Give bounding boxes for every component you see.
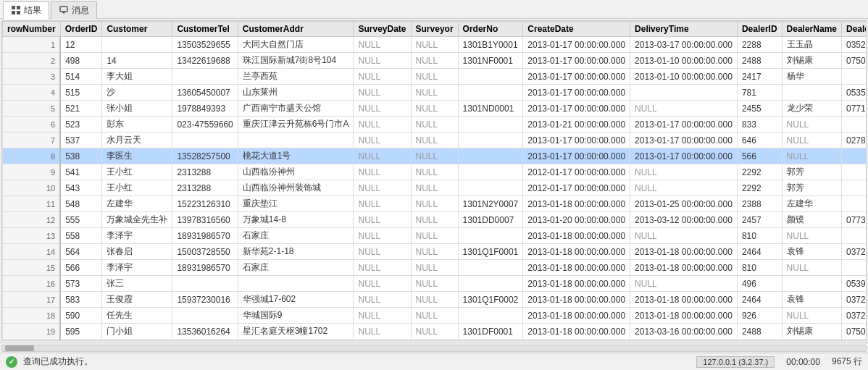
table-row[interactable]: 8538李医生13528257500桃花大道1号NULLNULL2013-01-… — [3, 148, 867, 164]
col-header-dealername[interactable]: DealerName — [782, 22, 841, 37]
table-row[interactable]: 7537水月云天NULLNULL2013-01-17 00:00:00.0002… — [3, 133, 867, 148]
table-row[interactable]: 19595门小姐13536016264星汇名庭天枢3幢1702NULLNULL1… — [3, 324, 867, 340]
cell-customer: 门小姐 — [102, 324, 172, 340]
cell-orderid: 603 — [60, 340, 102, 342]
cell-orderno — [458, 133, 523, 148]
table-row[interactable]: 10543王小红2313288山西临汾神州装饰城NULLNULL2012-01-… — [3, 180, 867, 196]
cell-deliverytime: NULL — [630, 340, 738, 342]
svg-rect-1 — [17, 6, 20, 9]
table-row[interactable]: 13558李泽宇18931986570石家庄NULLNULL2013-01-18… — [3, 228, 867, 244]
cell-orderno: 1301Q1F0001 — [458, 244, 523, 260]
cell-customeraddr: 山东莱州 — [238, 85, 354, 101]
cell-rownumber: 3 — [3, 69, 61, 85]
cell-dealername: 王玉晶 — [782, 37, 841, 53]
cell-customertel — [172, 276, 238, 292]
col-header-dealerid[interactable]: DealerID — [737, 22, 782, 37]
cell-customertel: 13422619688 — [172, 53, 238, 69]
table-row[interactable]: 4515沙13605450007山东莱州NULLNULL2013-01-17 0… — [3, 85, 867, 101]
col-header-surveydate[interactable]: SurveyDate — [354, 22, 411, 37]
table-row[interactable]: 17583王俊霞15937230016华强城17-602NULLNULL1301… — [3, 292, 867, 308]
col-header-rownumber[interactable]: rowNumber — [3, 22, 61, 37]
table-row[interactable]: 20603聂健保NULLNULL2013-01-18 00:00:00.000N… — [3, 340, 867, 342]
cell-deliverytime: 2013-03-16 00:00:00.000 — [630, 324, 738, 340]
col-header-deliverytime[interactable]: DeliveryTime — [630, 22, 738, 37]
cell-dealername: NULL — [782, 228, 841, 244]
col-header-customer[interactable]: Customer — [102, 22, 172, 37]
cell-customertel: 13503529655 — [172, 37, 238, 53]
cell-customertel: 18931986570 — [172, 228, 238, 244]
col-header-orderno[interactable]: OrderNo — [458, 22, 523, 37]
cell-customer: 任先生 — [102, 308, 172, 324]
table-row[interactable]: 9541王小红2313288山西临汾神州NULLNULL2012-01-17 0… — [3, 164, 867, 180]
col-header-orderid[interactable]: OrderID — [60, 22, 102, 37]
table-container[interactable]: rowNumber OrderID Customer CustomerTel C… — [1, 20, 867, 341]
col-header-createdate[interactable]: CreateDate — [523, 22, 630, 37]
cell-dealername: 郭芳 — [782, 164, 841, 180]
cell-deliverytime: NULL — [630, 101, 738, 117]
scrollbar-track[interactable] — [1, 345, 867, 352]
cell-orderno: 1301Q1F0002 — [458, 292, 523, 308]
scrollbar-thumb[interactable] — [5, 345, 34, 351]
tab-results[interactable]: 结果 — [3, 1, 49, 20]
table-row[interactable]: 6523彭东023-47559660重庆江津云升苑栋6号门市ANULLNULL2… — [3, 117, 867, 133]
cell-orderid: 537 — [60, 133, 102, 148]
cell-dealerfax: 0771-230 — [841, 101, 867, 117]
cell-surveyor: NULL — [411, 180, 458, 196]
table-row[interactable]: 12555万象城全先生补13978316560万象城14-8NULLNULL13… — [3, 212, 867, 228]
cell-dealername: 刘锡康 — [782, 53, 841, 69]
cell-createdate: 2013-01-18 00:00:00.000 — [523, 324, 630, 340]
cell-dealerid: 2417 — [737, 69, 782, 85]
cell-customertel: 15003728550 — [172, 244, 238, 260]
cell-customer: 张三 — [102, 276, 172, 292]
horizontal-scrollbar[interactable] — [0, 342, 868, 353]
cell-surveyor: NULL — [411, 101, 458, 117]
cell-surveyor: NULL — [411, 117, 458, 133]
cell-dealername: 颜镆 — [782, 212, 841, 228]
grid-icon — [11, 5, 21, 15]
cell-orderno: 1301ND0001 — [458, 101, 523, 117]
cell-dealername — [782, 85, 841, 101]
table-row[interactable]: 24981413422619688珠江国际新城7街8号104NULLNULL13… — [3, 53, 867, 69]
cell-customer: 李大姐 — [102, 69, 172, 85]
cell-dealername: 袁锋 — [782, 244, 841, 260]
cell-rownumber: 7 — [3, 133, 61, 148]
status-success-icon: ✓ — [6, 356, 17, 368]
col-header-surveyor[interactable]: Surveyor — [411, 22, 458, 37]
tab-messages[interactable]: 消息 — [51, 1, 97, 19]
cell-rownumber: 9 — [3, 164, 61, 180]
cell-customertel: 2313288 — [172, 164, 238, 180]
cell-customeraddr: 广西南宁市盛天公馆 — [238, 101, 354, 117]
cell-customeraddr: 珠江国际新城7街8号104 — [238, 53, 354, 69]
table-row[interactable]: 15566李泽宇18931986570石家庄NULLNULL2013-01-18… — [3, 260, 867, 276]
cell-deliverytime: 2013-01-10 00:00:00.000 — [630, 69, 738, 85]
cell-deliverytime: NULL — [630, 180, 738, 196]
cell-createdate: 2013-01-18 00:00:00.000 — [523, 308, 630, 324]
cell-dealerfax: 0372-299 — [841, 244, 867, 260]
table-row[interactable]: 5521张小姐1978849393广西南宁市盛天公馆NULLNULL1301ND… — [3, 101, 867, 117]
cell-rownumber: 14 — [3, 244, 61, 260]
table-row[interactable]: 16573张三NULLNULL2013-01-18 00:00:00.000NU… — [3, 276, 867, 292]
table-row[interactable]: 11213503529655大同大自然门店NULLNULL1301B1Y0001… — [3, 37, 867, 53]
cell-surveydate: NULL — [354, 101, 411, 117]
cell-deliverytime: 2013-01-18 00:00:00.000 — [630, 260, 738, 276]
col-header-customeraddr[interactable]: CustomerAddr — [238, 22, 354, 37]
cell-dealerid: 926 — [737, 308, 782, 324]
cell-dealername: NULL — [782, 308, 841, 324]
cell-createdate: 2013-01-18 00:00:00.000 — [523, 340, 630, 342]
cell-surveyor: NULL — [411, 69, 458, 85]
svg-rect-3 — [17, 11, 20, 14]
cell-customeraddr: 重庆江津云升苑栋6号门市A — [238, 117, 354, 133]
cell-surveyor: NULL — [411, 37, 458, 53]
table-row[interactable]: 14564张春启15003728550新华苑2-1-18NULLNULL1301… — [3, 244, 867, 260]
table-row[interactable]: 3514李大姐兰亭西苑NULLNULL2013-01-17 00:00:00.0… — [3, 69, 867, 85]
cell-customeraddr — [238, 276, 354, 292]
table-row[interactable]: 18590任先生华城国际9NULLNULL2013-01-18 00:00:00… — [3, 308, 867, 324]
cell-customer: 左建华 — [102, 196, 172, 212]
cell-customer: 李泽宇 — [102, 260, 172, 276]
col-header-customertel[interactable]: CustomerTel — [172, 22, 238, 37]
cell-orderid: 583 — [60, 292, 102, 308]
table-row[interactable]: 11548左建华15223126310重庆垫江NULLNULL1301N2Y00… — [3, 196, 867, 212]
cell-orderid: 521 — [60, 101, 102, 117]
col-header-dealerfax[interactable]: DealerFax — [841, 22, 867, 37]
cell-deliverytime: 2013-01-10 00:00:00.000 — [630, 53, 738, 69]
